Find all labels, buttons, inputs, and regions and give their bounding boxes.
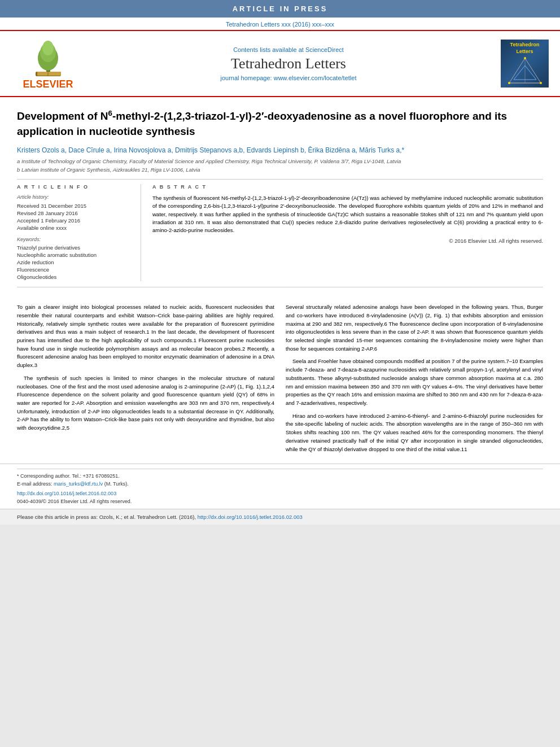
body-right-para-2: Seela and Froehler have obtained compoun…	[286, 357, 543, 407]
affiliation-a: a Institute of Technology of Organic Che…	[17, 158, 543, 165]
abstract-text: The synthesis of fluorescent N6-methyl-2…	[152, 194, 543, 234]
body-left-para-2: The synthesis of such species is limited…	[17, 374, 274, 433]
section-divider-top	[17, 179, 543, 180]
banner-text: ARTICLE IN PRESS	[233, 5, 328, 13]
body-right-col: Several structurally related adenosine a…	[286, 303, 543, 458]
title-start: Development of N	[17, 110, 108, 122]
logo-box-title: TetrahedronLetters	[510, 42, 540, 55]
body-columns: To gain a clearer insight into biologica…	[0, 303, 560, 464]
corresponding-author: * Corresponding author. Tel.: +371 67089…	[17, 473, 543, 480]
svg-rect-5	[37, 72, 61, 76]
journal-homepage: journal homepage: www.elsevier.com/locat…	[85, 75, 492, 81]
keywords-heading: Keywords:	[17, 237, 132, 242]
keyword-3: Azide reduction	[17, 259, 132, 265]
keyword-2: Nucleophilic aromatic substitution	[17, 252, 132, 258]
affiliation-b: b Latvian Institute of Organic Synthesis…	[17, 166, 543, 173]
article-history-heading: Article history:	[17, 194, 132, 200]
affiliations: a Institute of Technology of Organic Che…	[17, 158, 543, 174]
homepage-url[interactable]: www.elsevier.com/locate/tetlet	[274, 75, 357, 81]
elsevier-tree-icon	[30, 37, 67, 77]
title-superscript: 6	[108, 109, 112, 117]
page-wrapper: ARTICLE IN PRESS Tetrahedron Letters xxx…	[0, 0, 560, 525]
svg-point-13	[540, 82, 542, 84]
keyword-1: Triazolyl purine derivatives	[17, 244, 132, 251]
contents-available: Contents lists available at ScienceDirec…	[85, 46, 492, 53]
footnotes-area: * Corresponding author. Tel.: +371 67089…	[0, 464, 560, 509]
journal-header-line-text: Tetrahedron Letters xxx (2016) xxx–xxx	[226, 21, 334, 28]
email-label: E-mail address:	[17, 481, 53, 487]
keyword-5: Oligonucleotides	[17, 274, 132, 280]
journal-title-center: Contents lists available at ScienceDirec…	[85, 46, 492, 81]
article-title: Development of N6-methyl-2-(1,2,3-triazo…	[17, 108, 543, 139]
available-online: Available online xxxx	[17, 225, 132, 231]
body-left-col: To gain a clearer insight into biologica…	[17, 303, 274, 458]
article-info-section-label: A R T I C L E I N F O	[17, 184, 132, 190]
journal-header-line: Tetrahedron Letters xxx (2016) xxx–xxx	[0, 18, 560, 30]
elsevier-logo: ELSEVIER	[11, 37, 85, 90]
homepage-label: journal homepage:	[221, 75, 274, 81]
cite-bar: Please cite this article in press as: Oz…	[0, 509, 560, 525]
authors-line: Kristers Ozols a, Dace Cīrule a, Irina N…	[17, 145, 543, 155]
journal-header: ELSEVIER Contents lists available at Sci…	[0, 30, 560, 97]
body-left-para-1: To gain a clearer insight into biologica…	[17, 303, 274, 370]
two-column-info: A R T I C L E I N F O Article history: R…	[17, 184, 543, 281]
keyword-4: Fluorescence	[17, 267, 132, 273]
journal-logo-right: TetrahedronLetters	[492, 40, 549, 88]
email-line: E-mail address: maris_turks@ktf.rtu.lv (…	[17, 480, 543, 488]
cite-bar-link[interactable]: http://dx.doi.org/10.1016/j.tetlet.2016.…	[198, 514, 303, 520]
cite-bar-text: Please cite this article in press as: Oz…	[17, 514, 196, 520]
svg-point-12	[508, 82, 510, 84]
doi-line: http://dx.doi.org/10.1016/j.tetlet.2016.…	[17, 490, 543, 498]
body-right-para-1: Several structurally related adenosine a…	[286, 303, 543, 353]
journal-name-large: Tetrahedron Letters	[85, 55, 492, 72]
accepted-date: Accepted 1 February 2016	[17, 217, 132, 224]
journal-logo-box: TetrahedronLetters	[501, 40, 549, 88]
elsevier-brand-text: ELSEVIER	[23, 78, 73, 90]
article-content: Development of N6-methyl-2-(1,2,3-triazo…	[0, 97, 560, 298]
doi-link[interactable]: http://dx.doi.org/10.1016/j.tetlet.2016.…	[17, 491, 116, 496]
abstract-col: A B S T R A C T The synthesis of fluores…	[152, 184, 543, 281]
svg-point-3	[42, 41, 54, 55]
email-link[interactable]: maris_turks@ktf.rtu.lv	[54, 481, 103, 487]
abstract-section-label: A B S T R A C T	[152, 184, 543, 190]
article-info-col: A R T I C L E I N F O Article history: R…	[17, 184, 141, 281]
abstract-copyright: © 2016 Elsevier Ltd. All rights reserved…	[152, 238, 543, 244]
sciencedirect-link[interactable]: ScienceDirect	[305, 46, 344, 53]
body-right-para-3: Hirao and co-workers have introduced 2-a…	[286, 412, 543, 454]
logo-svg	[508, 57, 542, 85]
svg-point-11	[524, 57, 526, 59]
issn-line: 0040-4039/© 2016 Elsevier Ltd. All right…	[17, 498, 543, 506]
footnotes-divider	[17, 469, 543, 469]
logo-diagram	[508, 57, 542, 85]
revised-date: Revised 28 January 2016	[17, 210, 132, 216]
email-person: (M. Turks).	[104, 481, 129, 487]
article-in-press-banner: ARTICLE IN PRESS	[0, 0, 560, 18]
section-divider-bottom	[17, 287, 543, 287]
contents-label: Contents lists available at	[233, 46, 304, 53]
received-date: Received 31 December 2015	[17, 203, 132, 209]
